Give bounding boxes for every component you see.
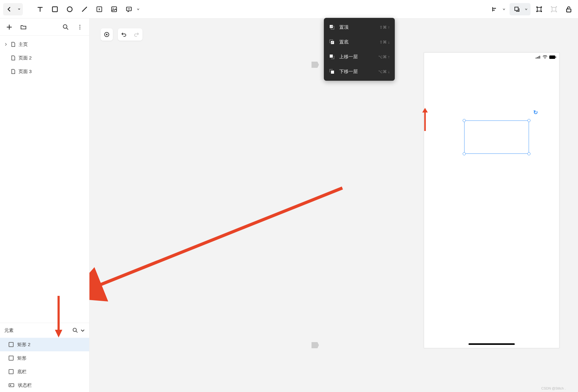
layer-tool-group [510,3,531,15]
svg-line-24 [67,28,68,30]
svg-point-5 [113,8,114,9]
svg-point-28 [73,328,76,332]
search-pages-button[interactable] [60,22,71,33]
layer-tool[interactable] [511,3,523,15]
element-row-statusbar[interactable]: 状态栏 [0,378,89,392]
rectangle-icon [9,369,14,374]
element-row-bottombar[interactable]: 底栏 [0,365,89,378]
menu-shortcut: ⇧⌘ ↑ [379,25,390,30]
rectangle-icon [9,342,14,347]
svg-point-21 [556,11,557,12]
svg-rect-11 [515,7,518,10]
svg-rect-35 [539,56,540,59]
svg-line-29 [76,331,78,333]
svg-point-1 [67,7,72,12]
lock-tool[interactable] [563,3,575,15]
search-elements-button[interactable] [72,328,78,333]
back-button[interactable] [3,3,15,15]
menu-send-to-back[interactable]: 置底 ⇧⌘ ↓ [324,35,395,49]
menu-shortcut: ⇧⌘ ↓ [379,40,390,44]
rotate-handle[interactable]: ↻ [533,109,538,116]
redo-button[interactable] [130,28,142,41]
undo-redo-group [118,28,142,41]
element-row-rect2[interactable]: 矩形 2 [0,338,89,351]
page-label: 页面 2 [19,55,32,61]
rectangle-icon [9,356,14,361]
layer-dropdown[interactable] [523,3,529,15]
svg-rect-37 [549,55,555,59]
more-button[interactable] [74,22,85,33]
page-row-home[interactable]: 主页 [0,38,89,51]
menu-shortcut: ⌥⌘ ↑ [378,55,390,59]
menu-move-down[interactable]: 下移一层 ⌥⌘ ↓ [324,64,395,79]
text-tool[interactable] [34,3,46,15]
element-label: 矩形 2 [17,342,31,348]
folder-button[interactable] [18,22,29,33]
signal-icon [536,55,541,59]
battery-icon [549,55,556,59]
elements-title: 元素 [4,328,14,333]
svg-rect-41 [331,41,334,44]
element-label: 底栏 [17,369,27,375]
bring-front-icon [329,24,335,30]
collapse-elements-button[interactable] [81,328,85,333]
svg-rect-12 [537,7,541,11]
statusbar-icon [9,383,14,387]
svg-rect-44 [331,71,334,74]
mask-tool[interactable] [548,3,560,15]
svg-point-25 [80,25,81,26]
element-row-rect[interactable]: 矩形 [0,351,89,365]
comment-dropdown[interactable] [135,3,141,15]
page-row-3[interactable]: 页面 3 [0,65,89,78]
group-tool[interactable] [533,3,545,15]
svg-rect-16 [541,11,542,12]
selected-rectangle[interactable]: ↻ [464,120,529,154]
lightning-tool[interactable] [93,3,105,15]
line-tool[interactable] [78,3,91,15]
menu-label: 上移一层 [339,54,374,60]
page-label: 页面 3 [19,69,32,75]
device-statusbar [424,53,559,61]
comment-tool[interactable] [123,3,135,15]
add-page-button[interactable] [4,22,15,33]
menu-bring-to-front[interactable]: 置顶 ⇧⌘ ↑ [324,20,395,35]
target-button[interactable] [101,28,113,41]
back-group [3,3,23,15]
toolbar-right [489,3,575,15]
left-sidebar: 主页 页面 2 页面 3 元素 矩形 2 [0,18,89,392]
svg-point-18 [551,6,552,7]
resize-handle-se[interactable] [527,152,531,155]
canvas[interactable]: ↻ 置顶 ⇧⌘ ↑ 置底 ⇧⌘ ↓ 上移一层 ⌥⌘ ↑ 下移一层 ⌥⌘ ↓ [89,18,578,392]
image-tool[interactable] [108,3,120,15]
svg-rect-22 [567,9,571,12]
rectangle-tool[interactable] [49,3,61,15]
device-frame[interactable]: ↻ [424,52,559,348]
page-icon [10,42,16,47]
layer-dropdown-menu: 置顶 ⇧⌘ ↑ 置底 ⇧⌘ ↓ 上移一层 ⌥⌘ ↑ 下移一层 ⌥⌘ ↓ [324,18,395,81]
svg-rect-15 [536,11,538,12]
page-label: 主页 [19,42,28,47]
back-dropdown[interactable] [15,3,23,15]
toolbar-left [3,3,141,15]
align-tool[interactable] [489,3,501,15]
page-row-2[interactable]: 页面 2 [0,51,89,65]
resize-handle-ne[interactable] [527,119,531,122]
svg-rect-13 [536,6,538,8]
resize-handle-sw[interactable] [463,152,466,155]
menu-label: 下移一层 [339,69,374,75]
circle-tool[interactable] [64,3,76,15]
menu-move-up[interactable]: 上移一层 ⌥⌘ ↑ [324,49,395,64]
canvas-controls [101,28,142,41]
watermark: CSDN @Stitch . [541,386,566,390]
page-icon [10,55,16,61]
move-down-icon [329,68,335,75]
resize-handle-nw[interactable] [463,119,466,122]
align-tool-group [489,3,507,15]
align-dropdown[interactable] [501,3,507,15]
menu-label: 置顶 [339,24,375,30]
menu-label: 置底 [339,39,375,45]
svg-rect-33 [537,57,538,59]
undo-button[interactable] [118,28,130,41]
svg-rect-32 [536,58,536,59]
send-back-icon [329,39,335,45]
